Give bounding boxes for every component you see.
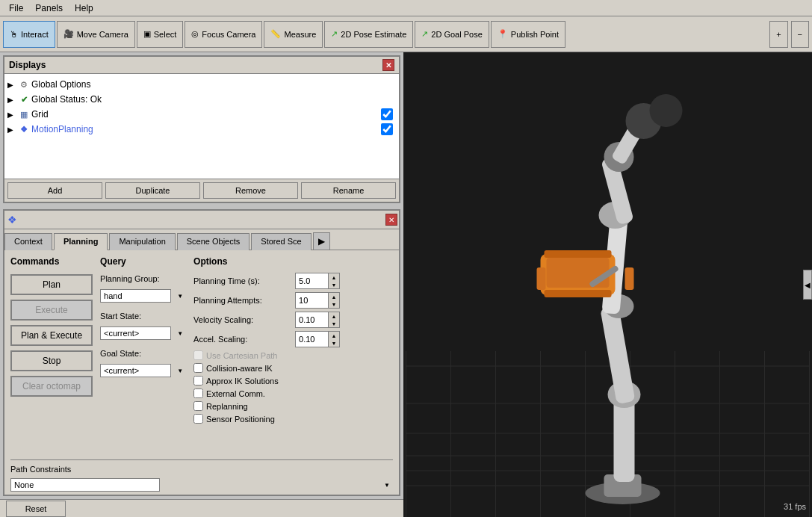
expand-arrow-grid[interactable]: ▶ <box>7 111 16 119</box>
cursor-icon: 🖱 <box>10 30 18 39</box>
tab-planning[interactable]: Planning <box>54 233 108 250</box>
goal-state-label: Goal State: <box>100 349 186 358</box>
menu-bar: File Panels Help <box>0 0 812 16</box>
tab-stored-scene[interactable]: Stored Sce <box>251 233 311 250</box>
add-display-btn[interactable]: Add <box>7 182 102 199</box>
toolbar-interact[interactable]: 🖱 Interact <box>3 21 55 48</box>
grid-visibility-checkbox[interactable] <box>381 108 393 120</box>
toolbar-focus-camera[interactable]: ◎ Focus Camera <box>185 21 262 48</box>
minus-icon: − <box>798 30 802 39</box>
left-panel: Displays ✕ ▶ ⚙ Global Options ▶ ✔ Global… <box>0 52 403 517</box>
planning-time-input[interactable] <box>295 273 329 289</box>
tab-context[interactable]: Context <box>4 233 52 250</box>
tree-item-grid[interactable]: ▶ ▦ Grid <box>7 107 396 122</box>
planning-group-label: Planning Group: <box>100 274 186 283</box>
gear-icon-global-options: ⚙ <box>18 78 30 90</box>
menu-help[interactable]: Help <box>69 1 99 15</box>
tree-item-global-options[interactable]: ▶ ⚙ Global Options <box>7 77 396 92</box>
planning-attempts-down[interactable]: ▼ <box>329 300 339 308</box>
motion-panel-close-btn[interactable]: ✕ <box>385 214 397 226</box>
accel-scaling-down[interactable]: ▼ <box>329 339 339 347</box>
rename-display-btn[interactable]: Rename <box>301 182 396 199</box>
approx-ik-row: Approx IK Solutions <box>193 376 393 386</box>
svg-rect-33 <box>547 258 610 288</box>
velocity-scaling-spinbox: ▲ ▼ <box>295 312 340 328</box>
toolbar-move-camera[interactable]: 🎥 Move Camera <box>57 21 135 48</box>
expand-arrow-motion-planning[interactable]: ▶ <box>7 126 16 134</box>
planning-attempts-label: Planning Attempts: <box>193 296 291 305</box>
velocity-scaling-input[interactable] <box>295 312 329 328</box>
sensor-positioning-row: Sensor Positioning <box>193 414 393 424</box>
replanning-row: Replanning <box>193 401 393 411</box>
velocity-scaling-up[interactable]: ▲ <box>329 312 339 320</box>
toolbar-2d-pose[interactable]: ↗ 2D Pose Estimate <box>324 21 413 48</box>
planning-attempts-spinbox: ▲ ▼ <box>295 292 340 309</box>
query-header: Query <box>100 256 186 267</box>
collision-ik-checkbox[interactable] <box>193 363 203 373</box>
expand-arrow-global-status[interactable]: ▶ <box>7 96 16 104</box>
tree-item-global-status[interactable]: ▶ ✔ Global Status: Ok <box>7 92 396 107</box>
tab-scroll-right[interactable]: ▶ <box>313 232 330 250</box>
goal-state-select-wrapper: <current> <box>100 364 186 377</box>
toolbar-select[interactable]: ▣ Select <box>137 21 184 48</box>
execute-btn[interactable]: Execute <box>10 300 93 321</box>
plan-execute-btn[interactable]: Plan & Execute <box>10 325 93 346</box>
tab-scene-objects[interactable]: Scene Objects <box>177 233 250 250</box>
accel-scaling-input[interactable] <box>295 331 329 347</box>
panel-collapse-btn[interactable]: ◀ <box>803 270 812 300</box>
fps-display: 31 fps <box>784 502 806 511</box>
planning-time-spin-btns: ▲ ▼ <box>329 273 340 289</box>
velocity-scaling-down[interactable]: ▼ <box>329 320 339 327</box>
toolbar-publish-point[interactable]: 📍 Publish Point <box>491 21 565 48</box>
planning-attempts-up[interactable]: ▲ <box>329 293 339 300</box>
planning-group-select[interactable]: hand panda_arm <box>100 289 171 303</box>
approx-ik-label: Approx IK Solutions <box>206 377 279 386</box>
toolbar-minus[interactable]: − <box>791 21 809 48</box>
menu-file[interactable]: File <box>3 1 29 15</box>
checkmark-icon-global-status: ✔ <box>18 93 30 105</box>
duplicate-display-btn[interactable]: Duplicate <box>105 182 200 199</box>
sensor-positioning-checkbox[interactable] <box>193 414 203 424</box>
planning-time-row: Planning Time (s): ▲ ▼ <box>193 273 393 289</box>
displays-title-bar: Displays ✕ <box>4 57 399 74</box>
tree-item-motion-planning[interactable]: ▶ ❖ MotionPlanning <box>7 122 396 137</box>
planning-attempts-input[interactable] <box>295 292 329 309</box>
svg-rect-32 <box>545 290 612 297</box>
tabs-bar: Context Planning Manipulation Scene Obje… <box>4 229 399 250</box>
approx-ik-checkbox[interactable] <box>193 376 203 386</box>
toolbar-2d-goal[interactable]: ↗ 2D Goal Pose <box>415 21 489 48</box>
motion-planning-visibility-checkbox[interactable] <box>381 123 393 135</box>
displays-close-btn[interactable]: ✕ <box>382 59 394 71</box>
stop-btn[interactable]: Stop <box>10 350 93 371</box>
accel-scaling-up[interactable]: ▲ <box>329 332 339 339</box>
svg-rect-31 <box>545 250 612 258</box>
menu-panels[interactable]: Panels <box>29 1 69 15</box>
focus-icon: ◎ <box>191 29 199 39</box>
external-comm-checkbox[interactable] <box>193 388 203 398</box>
toolbar-add[interactable]: + <box>769 21 787 48</box>
tree-label-global-options: Global Options <box>31 79 396 90</box>
motion-panel-icon: ❖ <box>7 214 17 226</box>
planning-time-down[interactable]: ▼ <box>329 281 339 288</box>
remove-display-btn[interactable]: Remove <box>203 182 298 199</box>
displays-panel: Displays ✕ ▶ ⚙ Global Options ▶ ✔ Global… <box>3 55 400 203</box>
tab-manipulation[interactable]: Manipulation <box>109 233 175 250</box>
reset-btn[interactable]: Reset <box>6 501 66 517</box>
expand-arrow-global-options[interactable]: ▶ <box>7 81 16 89</box>
replanning-checkbox[interactable] <box>193 401 203 411</box>
path-constraints-select[interactable]: None <box>10 478 160 492</box>
toolbar-measure[interactable]: 📏 Measure <box>264 21 323 48</box>
path-constraints-label: Path Constraints <box>10 465 393 474</box>
plan-btn[interactable]: Plan <box>10 274 93 295</box>
path-constraints-divider <box>10 459 393 460</box>
use-cartesian-row: Use Cartesian Path <box>193 350 393 360</box>
clear-octomap-btn[interactable]: Clear octomap <box>10 376 93 397</box>
start-state-select[interactable]: <current> <box>100 326 171 340</box>
planning-attempts-spin-btns: ▲ ▼ <box>329 292 340 309</box>
accel-scaling-label: Accel. Scaling: <box>193 335 291 344</box>
planning-time-up[interactable]: ▲ <box>329 273 339 281</box>
use-cartesian-checkbox[interactable] <box>193 350 203 360</box>
ruler-icon: 📏 <box>270 29 281 39</box>
goal-state-select[interactable]: <current> <box>100 364 171 377</box>
query-column: Query Planning Group: hand panda_arm Sta… <box>100 256 186 446</box>
